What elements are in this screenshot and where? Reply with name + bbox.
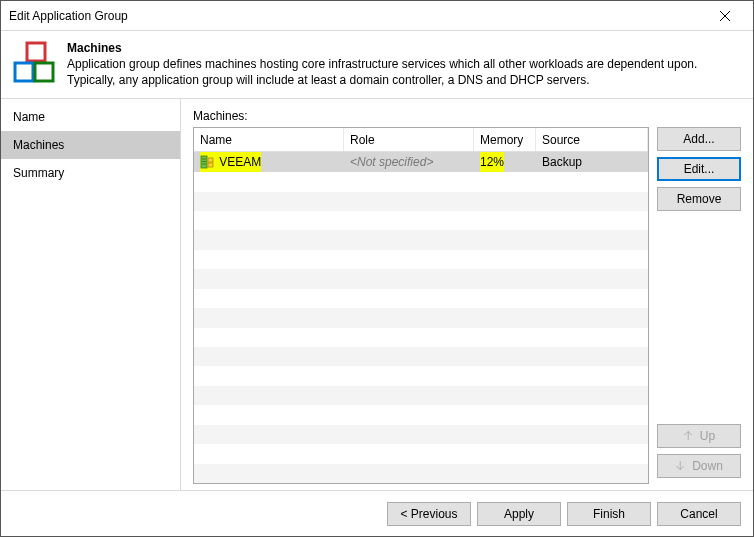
- table-header: Name Role Memory Source: [194, 128, 648, 152]
- table-empty-row: [194, 269, 648, 288]
- header-icon: [13, 41, 57, 85]
- move-up-label: Up: [700, 429, 715, 443]
- close-button[interactable]: [705, 2, 745, 30]
- previous-button[interactable]: < Previous: [387, 502, 471, 526]
- col-header-role[interactable]: Role: [344, 128, 474, 151]
- table-empty-row: [194, 211, 648, 230]
- svg-rect-10: [208, 163, 213, 167]
- move-down-label: Down: [692, 459, 723, 473]
- cell-name: VEEAM: [194, 152, 344, 172]
- cell-source: Backup: [536, 152, 648, 172]
- svg-rect-9: [208, 158, 213, 162]
- col-header-source[interactable]: Source: [536, 128, 648, 151]
- side-button-column: Add... Edit... Remove 🡡 Up 🡣 Down: [657, 127, 741, 484]
- table-empty-row: [194, 192, 648, 211]
- edit-button[interactable]: Edit...: [657, 157, 741, 181]
- table-empty-row: [194, 366, 648, 385]
- col-header-name[interactable]: Name: [194, 128, 344, 151]
- cell-name-text: VEEAM: [219, 155, 261, 169]
- cancel-button[interactable]: Cancel: [657, 502, 741, 526]
- close-icon: [720, 11, 730, 21]
- table-empty-row: [194, 230, 648, 249]
- table-empty-row: [194, 172, 648, 191]
- table-empty-row: [194, 464, 648, 483]
- titlebar-text: Edit Application Group: [9, 9, 128, 23]
- cell-role: <Not specified>: [344, 152, 474, 172]
- sidebar-item-machines[interactable]: Machines: [1, 131, 180, 159]
- table-row[interactable]: VEEAM <Not specified> 12% Backup: [194, 152, 648, 172]
- sidebar: Name Machines Summary: [1, 99, 181, 490]
- table-empty-row: [194, 347, 648, 366]
- svg-rect-5: [201, 156, 207, 168]
- main-panel: Machines: Name Role Memory Source: [181, 99, 753, 490]
- header-text: Machines Application group defines machi…: [67, 41, 741, 88]
- table-empty-row: [194, 425, 648, 444]
- table-empty-row: [194, 308, 648, 327]
- move-down-button: 🡣 Down: [657, 454, 741, 478]
- header-title: Machines: [67, 41, 741, 55]
- table-empty-row: [194, 250, 648, 269]
- titlebar: Edit Application Group: [1, 1, 753, 31]
- finish-button[interactable]: Finish: [567, 502, 651, 526]
- apply-button[interactable]: Apply: [477, 502, 561, 526]
- vm-icon: [200, 155, 214, 169]
- footer: < Previous Apply Finish Cancel: [1, 490, 753, 536]
- move-up-button: 🡡 Up: [657, 424, 741, 448]
- dialog-body: Name Machines Summary Machines: Name Rol…: [1, 99, 753, 490]
- cell-memory: 12%: [474, 152, 536, 172]
- table-body: VEEAM <Not specified> 12% Backup: [194, 152, 648, 483]
- table-empty-row: [194, 289, 648, 308]
- table-empty-row: [194, 386, 648, 405]
- table-empty-row: [194, 405, 648, 424]
- svg-rect-4: [35, 63, 53, 81]
- add-button[interactable]: Add...: [657, 127, 741, 151]
- arrow-down-icon: 🡣: [675, 460, 686, 472]
- svg-rect-2: [27, 43, 45, 61]
- arrow-up-icon: 🡡: [683, 430, 694, 442]
- svg-rect-3: [15, 63, 33, 81]
- dialog-window: Edit Application Group Machines Applicat…: [0, 0, 754, 537]
- sidebar-item-summary[interactable]: Summary: [1, 159, 180, 187]
- machines-label: Machines:: [193, 109, 741, 123]
- remove-button[interactable]: Remove: [657, 187, 741, 211]
- sidebar-item-name[interactable]: Name: [1, 103, 180, 131]
- col-header-memory[interactable]: Memory: [474, 128, 536, 151]
- header-description: Application group defines machines hosti…: [67, 57, 741, 88]
- machines-table: Name Role Memory Source: [193, 127, 649, 484]
- table-empty-row: [194, 444, 648, 463]
- header: Machines Application group defines machi…: [1, 31, 753, 99]
- table-empty-row: [194, 328, 648, 347]
